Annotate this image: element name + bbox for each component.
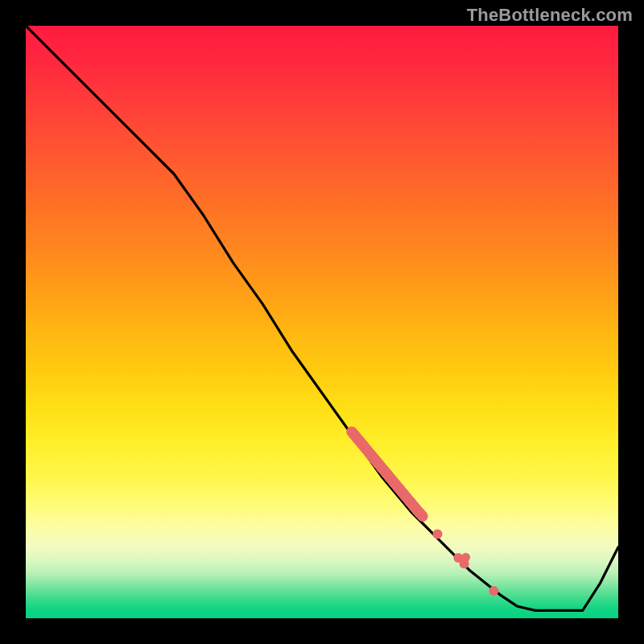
marker-dot — [461, 553, 470, 562]
curve-layer — [26, 26, 618, 610]
bottleneck-curve — [26, 26, 618, 610]
marker-dot — [489, 586, 498, 596]
marker-dot — [433, 530, 443, 539]
highlighted-range-markers — [346, 427, 498, 596]
plot-area — [26, 26, 618, 618]
marker-dot — [418, 511, 428, 522]
watermark-text: TheBottleneck.com — [467, 5, 633, 26]
chart-overlay — [26, 26, 618, 618]
chart-frame: TheBottleneck.com — [0, 0, 644, 644]
